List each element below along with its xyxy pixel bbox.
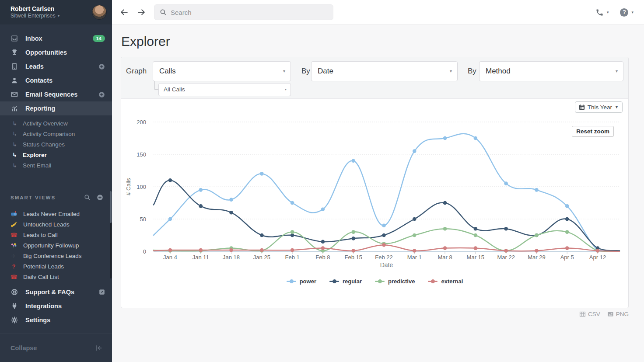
external-link-icon	[99, 289, 105, 295]
sidebar-subitem-activity-comparison[interactable]: ↳Activity Comparison	[0, 129, 112, 139]
smart-view-potential-leads[interactable]: ?Potential Leads	[0, 261, 112, 272]
person-icon	[10, 77, 18, 84]
graph-controls: Graph Calls ▾ By Date ▾ By Method ▾ All …	[121, 57, 628, 99]
sub-arrow-icon: ↳	[12, 141, 17, 148]
add-icon[interactable]	[98, 63, 105, 70]
sidebar-subitem-status-changes[interactable]: ↳Status Changes	[0, 139, 112, 150]
legend-marker	[329, 279, 339, 283]
smart-view-opportunity-followup[interactable]: Opportunity Followup	[0, 240, 112, 251]
smart-view-leads-never-emailed[interactable]: Leads Never Emailed	[0, 209, 112, 219]
sidebar: Robert Carlsen Sitwell Enterprises ▾ Inb…	[0, 0, 112, 362]
sidebar-subitem-sent-email[interactable]: ↳Sent Email	[0, 160, 112, 171]
smart-view-leads-to-call[interactable]: ☎Leads to Call	[0, 230, 112, 240]
sidebar-item-email-sequences[interactable]: Email Sequences	[0, 87, 112, 101]
avatar[interactable]	[92, 5, 107, 20]
smart-view-big-conference-leads[interactable]: ✈Big Conference Leads	[0, 251, 112, 261]
phone-menu[interactable]: ▾	[595, 8, 609, 17]
collapse-to-bar-icon	[95, 345, 102, 352]
svg-text:# Calls: # Calls	[125, 178, 132, 195]
legend-item-predictive[interactable]: predictive	[375, 278, 415, 285]
png-label: PNG	[616, 311, 629, 317]
sidebar-item-integrations[interactable]: Integrations	[0, 299, 112, 313]
life-ring-icon	[10, 288, 18, 296]
app-root: Robert Carlsen Sitwell Enterprises ▾ Inb…	[0, 0, 644, 362]
inbox-icon	[10, 35, 18, 42]
smart-views-add-icon[interactable]	[97, 194, 103, 201]
sidebar-item-support-faqs[interactable]: Support & FAQs	[0, 285, 112, 299]
by-method-label: By	[468, 61, 476, 81]
user-text: Robert Carlsen Sitwell Enterprises ▾	[10, 5, 92, 19]
org-switcher[interactable]: Sitwell Enterprises ▾	[10, 13, 92, 19]
legend-label: power	[300, 278, 316, 285]
legend-marker	[375, 279, 385, 283]
smart-view-label: Potential Leads	[23, 263, 64, 270]
sidebar-item-settings[interactable]: Settings	[0, 313, 112, 327]
plug-icon	[10, 302, 18, 310]
image-icon	[607, 311, 614, 317]
help-menu[interactable]: ? ▾	[620, 8, 634, 17]
smart-views-search-icon[interactable]	[84, 194, 91, 201]
sidebar-item-label: Opportunities	[25, 49, 67, 56]
sidebar-item-contacts[interactable]: Contacts	[0, 73, 112, 87]
subfilter-connector	[154, 81, 158, 90]
sidebar-item-label: Support & FAQs	[25, 289, 74, 296]
svg-text:Mar 8: Mar 8	[438, 254, 452, 261]
table-icon	[579, 311, 586, 317]
by-method-value: Method	[486, 67, 511, 75]
explorer-card: Graph Calls ▾ By Date ▾ By Method ▾ All …	[121, 57, 629, 308]
collapse-label: Collapse	[10, 345, 37, 352]
add-icon[interactable]	[98, 91, 105, 98]
export-csv-link[interactable]: CSV	[579, 311, 600, 317]
sidebar-item-opportunities[interactable]: Opportunities	[0, 45, 112, 59]
legend-item-power[interactable]: power	[287, 278, 316, 285]
search-box[interactable]	[154, 4, 333, 20]
mailbox-icon	[10, 211, 17, 217]
forward-arrow-button[interactable]	[136, 7, 146, 17]
legend-item-external[interactable]: external	[428, 278, 463, 285]
sidebar-subitem-label: Sent Email	[23, 162, 51, 169]
export-png-link[interactable]: PNG	[607, 311, 629, 317]
search-input[interactable]	[171, 9, 328, 16]
graph-type-select[interactable]: Calls ▾	[153, 61, 291, 81]
smart-view-untouched-leads[interactable]: Untouched Leads	[0, 219, 112, 230]
sub-arrow-icon: ↳	[12, 120, 17, 127]
series-predictive	[154, 227, 620, 253]
legend-marker	[428, 279, 438, 283]
sidebar-item-label: Inbox	[25, 35, 42, 42]
svg-text:Jan 4: Jan 4	[163, 254, 177, 261]
back-arrow-button[interactable]	[119, 7, 129, 17]
svg-text:Jan 18: Jan 18	[223, 254, 240, 261]
chart-legend: powerregularpredictiveexternal	[121, 278, 628, 285]
by-date-label: By	[301, 61, 310, 81]
sidebar-subitem-activity-overview[interactable]: ↳Activity Overview	[0, 118, 112, 129]
series-regular	[154, 178, 620, 251]
explorer-chart[interactable]: 050100150200Jan 4Jan 11Jan 18Jan 25Feb 1…	[121, 99, 629, 309]
sidebar-item-reporting[interactable]: Reporting	[0, 101, 112, 115]
by-method-select[interactable]: Method ▾	[479, 61, 623, 81]
sidebar-footer-nav: Support & FAQsIntegrationsSettings	[0, 285, 112, 327]
postal-horn-icon	[10, 221, 17, 228]
sidebar-item-label: Reporting	[25, 105, 55, 112]
smart-views-title: SMART VIEWS	[10, 195, 78, 200]
by-date-select[interactable]: Date ▾	[311, 61, 458, 81]
collapse-button[interactable]: Collapse	[0, 341, 112, 355]
legend-item-regular[interactable]: regular	[329, 278, 362, 285]
user-account-menu[interactable]: Robert Carlsen Sitwell Enterprises ▾	[0, 0, 112, 24]
call-filter-select[interactable]: All Calls ▾	[158, 83, 291, 96]
sub-arrow-icon: ↳	[12, 162, 17, 169]
reporting-subnav: ↳Activity Overview↳Activity Comparison↳S…	[0, 118, 112, 171]
sidebar-subitem-explorer[interactable]: ↳Explorer	[0, 150, 112, 160]
sidebar-item-leads[interactable]: Leads	[0, 59, 112, 73]
red-telephone-icon: ☎	[10, 232, 17, 238]
sidebar-scrollbar-thumb[interactable]	[110, 191, 112, 223]
svg-text:Apr 12: Apr 12	[589, 254, 606, 261]
page-title: Explorer	[121, 34, 170, 49]
select-caret-icon: ▾	[283, 62, 285, 81]
search-icon	[160, 9, 167, 16]
gear-icon	[10, 316, 18, 324]
legend-label: predictive	[388, 278, 415, 285]
sidebar-item-inbox[interactable]: Inbox14	[0, 31, 112, 45]
smart-view-daily-call-list[interactable]: ☎Daily Call List	[0, 272, 112, 279]
sub-arrow-icon: ↳	[12, 131, 17, 137]
question-mark-icon: ?	[10, 263, 17, 270]
